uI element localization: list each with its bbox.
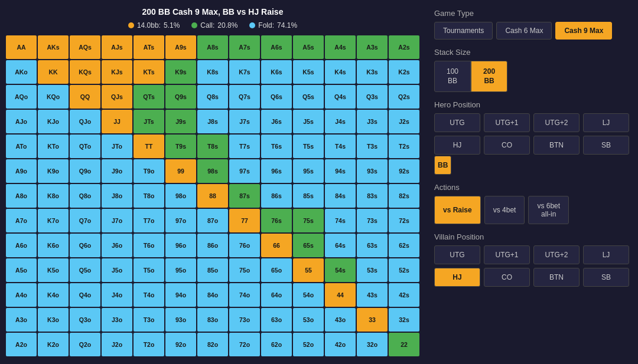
cell-82s[interactable]: 82s xyxy=(389,184,419,208)
cell-64s[interactable]: 64s xyxy=(325,234,356,257)
cell-Q9o[interactable]: Q9o xyxy=(70,159,100,183)
villain-utg2[interactable]: UTG+2 xyxy=(533,245,580,264)
cell-QJo[interactable]: QJo xyxy=(70,110,100,133)
cell-J2s[interactable]: J2s xyxy=(389,110,419,133)
cell-42s[interactable]: 42s xyxy=(389,283,419,307)
cell-J8s[interactable]: J8s xyxy=(197,110,228,133)
villain-co[interactable]: CO xyxy=(484,268,530,287)
cell-54o[interactable]: 54o xyxy=(293,283,324,307)
cell-Q7o[interactable]: Q7o xyxy=(70,209,100,232)
btn-100bb[interactable]: 100BB xyxy=(434,61,471,92)
cell-94o[interactable]: 94o xyxy=(165,283,196,307)
villain-utg[interactable]: UTG xyxy=(434,245,480,264)
cell-63s[interactable]: 63s xyxy=(357,234,388,257)
cell-74o[interactable]: 74o xyxy=(229,283,260,307)
cell-A6s[interactable]: A6s xyxy=(261,35,292,59)
cell-A3s[interactable]: A3s xyxy=(357,35,388,59)
cell-A4s[interactable]: A4s xyxy=(325,35,356,59)
cell-84o[interactable]: 84o xyxy=(197,283,228,307)
cell-K3s[interactable]: K3s xyxy=(357,60,388,84)
cell-74s[interactable]: 74s xyxy=(325,209,356,232)
cell-76o[interactable]: 76o xyxy=(229,234,260,257)
cell-KK[interactable]: KK xyxy=(38,60,69,84)
hero-utg[interactable]: UTG xyxy=(434,113,480,132)
villain-btn[interactable]: BTN xyxy=(533,268,580,287)
cell-62s[interactable]: 62s xyxy=(389,234,419,257)
cell-K7o[interactable]: K7o xyxy=(38,209,69,232)
cell-T5o[interactable]: T5o xyxy=(134,258,164,282)
cell-A5s[interactable]: A5s xyxy=(293,35,324,59)
cell-A6o[interactable]: A6o xyxy=(6,234,37,257)
cell-J4s[interactable]: J4s xyxy=(325,110,356,133)
btn-cash6max[interactable]: Cash 6 Max xyxy=(496,22,552,40)
cell-T4o[interactable]: T4o xyxy=(134,283,164,307)
cell-T8o[interactable]: T8o xyxy=(134,184,164,208)
cell-99[interactable]: 99 xyxy=(165,159,196,183)
cell-75s[interactable]: 75s xyxy=(293,209,324,232)
cell-77[interactable]: 77 xyxy=(229,209,260,232)
cell-Q4o[interactable]: Q4o xyxy=(70,283,100,307)
cell-73s[interactable]: 73s xyxy=(357,209,388,232)
cell-83s[interactable]: 83s xyxy=(357,184,388,208)
villain-sb[interactable]: SB xyxy=(583,268,629,287)
cell-JTs[interactable]: JTs xyxy=(134,110,164,133)
cell-Q6o[interactable]: Q6o xyxy=(70,234,100,257)
cell-K9s[interactable]: K9s xyxy=(165,60,196,84)
cell-22[interactable]: 22 xyxy=(389,333,419,356)
cell-A7o[interactable]: A7o xyxy=(6,209,37,232)
cell-66[interactable]: 66 xyxy=(261,234,292,257)
btn-cash9max[interactable]: Cash 9 Max xyxy=(555,22,612,40)
cell-K5s[interactable]: K5s xyxy=(293,60,324,84)
cell-65s[interactable]: 65s xyxy=(293,234,324,257)
hero-hj[interactable]: HJ xyxy=(434,136,480,155)
cell-J8o[interactable]: J8o xyxy=(102,184,132,208)
cell-T4s[interactable]: T4s xyxy=(325,135,356,158)
cell-A4o[interactable]: A4o xyxy=(6,283,37,307)
cell-72o[interactable]: 72o xyxy=(229,333,260,356)
cell-K2o[interactable]: K2o xyxy=(38,333,69,356)
cell-AJs[interactable]: AJs xyxy=(102,35,132,59)
cell-Q3s[interactable]: Q3s xyxy=(357,85,388,109)
cell-T7s[interactable]: T7s xyxy=(229,135,260,158)
cell-AA[interactable]: AA xyxy=(6,35,37,59)
cell-63o[interactable]: 63o xyxy=(261,308,292,332)
btn-vs-6bet[interactable]: vs 6betall-in xyxy=(528,196,569,224)
cell-65o[interactable]: 65o xyxy=(261,258,292,282)
cell-KTs[interactable]: KTs xyxy=(134,60,164,84)
cell-J7s[interactable]: J7s xyxy=(229,110,260,133)
cell-KTo[interactable]: KTo xyxy=(38,135,69,158)
cell-73o[interactable]: 73o xyxy=(229,308,260,332)
cell-KQo[interactable]: KQo xyxy=(38,85,69,109)
cell-T5s[interactable]: T5s xyxy=(293,135,324,158)
cell-Q2o[interactable]: Q2o xyxy=(70,333,100,356)
cell-KJo[interactable]: KJo xyxy=(38,110,69,133)
cell-85s[interactable]: 85s xyxy=(293,184,324,208)
cell-82o[interactable]: 82o xyxy=(197,333,228,356)
cell-K2s[interactable]: K2s xyxy=(389,60,419,84)
cell-AKo[interactable]: AKo xyxy=(6,60,37,84)
cell-87o[interactable]: 87o xyxy=(197,209,228,232)
cell-43o[interactable]: 43o xyxy=(325,308,356,332)
btn-200bb[interactable]: 200BB xyxy=(471,61,507,92)
villain-utg1[interactable]: UTG+1 xyxy=(484,245,530,264)
cell-32o[interactable]: 32o xyxy=(357,333,388,356)
cell-J9s[interactable]: J9s xyxy=(165,110,196,133)
cell-Q4s[interactable]: Q4s xyxy=(325,85,356,109)
cell-83o[interactable]: 83o xyxy=(197,308,228,332)
cell-ATo[interactable]: ATo xyxy=(6,135,37,158)
cell-J3o[interactable]: J3o xyxy=(102,308,132,332)
cell-52o[interactable]: 52o xyxy=(293,333,324,356)
cell-K3o[interactable]: K3o xyxy=(38,308,69,332)
cell-K7s[interactable]: K7s xyxy=(229,60,260,84)
hero-co[interactable]: CO xyxy=(484,136,530,155)
hero-btn[interactable]: BTN xyxy=(533,136,580,155)
cell-J6s[interactable]: J6s xyxy=(261,110,292,133)
villain-lj[interactable]: LJ xyxy=(583,245,629,264)
cell-T8s[interactable]: T8s xyxy=(197,135,228,158)
cell-J2o[interactable]: J2o xyxy=(102,333,132,356)
cell-AQs[interactable]: AQs xyxy=(70,35,100,59)
cell-JJ[interactable]: JJ xyxy=(102,110,132,133)
cell-T3s[interactable]: T3s xyxy=(357,135,388,158)
cell-ATs[interactable]: ATs xyxy=(134,35,164,59)
hero-lj[interactable]: LJ xyxy=(583,113,629,132)
